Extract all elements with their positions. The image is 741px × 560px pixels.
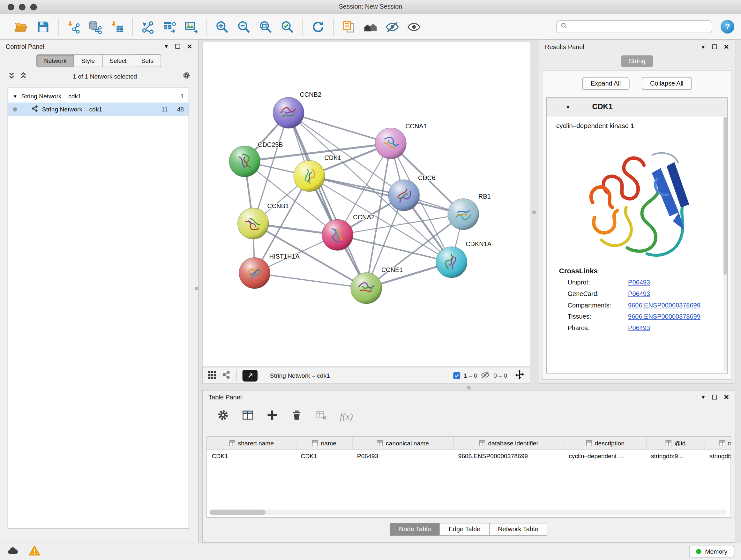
expand-all-tree-icon[interactable] [8,71,16,81]
control-panel-header: Control Panel ▼ ✕ [0,40,198,53]
column-header--id[interactable]: @id [646,437,705,450]
open-session-button[interactable] [10,17,32,37]
search-box[interactable] [556,20,712,33]
table-cell[interactable]: CDK1 [207,450,296,462]
delete-column-icon[interactable] [291,409,303,423]
import-network-file-button[interactable] [63,17,84,37]
network-node-ccna1[interactable]: CCNA1 [375,123,427,159]
tab-sets[interactable]: Sets [134,54,161,67]
import-network-database-button[interactable] [84,17,106,37]
tab-style[interactable]: Style [74,54,103,67]
crosslink-link[interactable]: P06493 [628,279,650,286]
tree-expander-icon[interactable]: ▼ [13,93,17,98]
network-table-button[interactable] [159,17,181,37]
copy-document-button[interactable] [338,17,360,37]
tab-edge-table[interactable]: Edge Table [440,523,489,536]
network-canvas-container[interactable]: CCNB2CCNA1CDC25BCDK1CDC6RB1CCNB1CCNA2CDK… [202,42,530,366]
collapse-all-tree-icon[interactable] [19,71,27,81]
table-horizontal-scrollbar[interactable] [209,509,727,515]
crosslink-link[interactable]: 9606.ENSP00000378699 [628,313,700,320]
network-row[interactable]: String Network – cdk1 11 48 [8,103,189,116]
table-cell[interactable]: cyclin–dependent ... [564,450,646,462]
save-session-button[interactable] [32,17,54,37]
column-type-icon [377,440,383,446]
network-node-hist1h1a[interactable]: HIST1H1A [239,253,300,289]
apply-layout-button[interactable] [307,17,329,37]
network-share-icon[interactable] [222,370,231,381]
import-table-button[interactable] [106,17,128,37]
panel-collapse-icon[interactable]: ▼ [700,395,705,400]
network-node-cdkn1a[interactable]: CDKN1A [436,240,492,278]
table-cell[interactable]: 9606.ENSP00000378699 [454,450,564,462]
crosslink-link[interactable]: 9606.ENSP00000378699 [628,302,700,309]
tab-node-table[interactable]: Node Table [390,523,440,536]
table-cell[interactable]: stringdb [705,450,731,462]
tab-network[interactable]: Network [37,54,74,67]
tab-select[interactable]: Select [102,54,134,67]
collapse-all-button[interactable]: Collapse All [642,77,692,90]
panel-float-icon[interactable] [712,395,717,400]
zoom-selected-button[interactable] [276,17,298,37]
new-network-button[interactable] [137,17,158,37]
panel-close-icon[interactable]: ✕ [187,43,192,50]
birdseye-view-icon[interactable] [207,370,217,381]
expand-all-button[interactable]: Expand All [582,77,629,90]
network-node-ccnb2[interactable]: CCNB2 [273,91,321,128]
crosslink-link[interactable]: P06493 [628,290,650,297]
export-image-button[interactable] [181,17,202,37]
gear-icon[interactable] [183,71,191,81]
hide-selected-button[interactable] [381,17,403,37]
create-column-icon[interactable] [266,409,279,423]
table-settings-gear-icon[interactable] [217,409,229,423]
control-panel-title: Control Panel [6,43,44,50]
gene-section-header[interactable]: ▼ CDK1 [547,98,727,117]
selected-checkbox-icon[interactable] [453,372,460,379]
column-header-name[interactable]: name [296,437,352,450]
help-button[interactable]: ? [721,20,734,34]
panel-float-icon[interactable] [176,44,180,49]
panel-close-icon[interactable]: ✕ [724,44,729,50]
table-cell[interactable]: CDK1 [296,450,352,462]
tab-network-table[interactable]: Network Table [489,523,547,536]
network-node-cdk1[interactable]: CDK1 [293,154,341,192]
network-node-cdc25b[interactable]: CDC25B [229,141,283,177]
panel-collapse-icon[interactable]: ▼ [164,44,169,49]
network-node-rb1[interactable]: RB1 [448,193,491,230]
zoom-fit-button[interactable] [255,17,276,37]
right-splitter-handle[interactable] [532,210,536,214]
zoom-out-button[interactable] [233,17,255,37]
search-input[interactable] [570,23,708,30]
panel-collapse-icon[interactable]: ▼ [700,44,705,49]
column-header-canonical-name[interactable]: canonical name [352,437,454,450]
memory-button[interactable]: Memory [689,546,734,557]
network-edges[interactable] [245,113,463,288]
network-collection-row[interactable]: ▼ String Network – cdk1 1 [8,89,189,103]
open-in-new-icon[interactable] [243,369,258,381]
table-row[interactable]: CDK1CDK1P064939606.ENSP00000378699cyclin… [207,450,731,462]
crosslink-link[interactable]: P06493 [628,324,650,331]
network-node-ccnb1[interactable]: CCNB1 [238,202,289,239]
column-header-namespac[interactable]: namespac [705,437,731,450]
section-expander-icon[interactable]: ▼ [566,105,570,110]
pan-tool-icon[interactable] [514,369,525,382]
left-splitter-handle[interactable] [195,287,199,290]
warning-icon[interactable] [28,544,41,558]
cloud-icon[interactable] [7,544,19,558]
zoom-in-button[interactable] [211,17,233,37]
tab-string[interactable]: String [621,55,653,67]
panel-float-icon[interactable] [712,44,717,49]
node-details-box: ▼ CDK1 cyclin–dependent kinase 1 [546,98,728,374]
home-button[interactable] [360,17,381,37]
column-header-database-identifier[interactable]: database identifier [454,437,564,450]
horizontal-splitter-handle[interactable] [467,386,471,389]
column-header-shared-name[interactable]: shared name [207,437,296,450]
select-columns-icon[interactable] [242,409,254,423]
table-cell[interactable]: stringdb:9... [646,450,705,462]
hidden-eye-icon[interactable] [481,370,490,381]
function-builder-icon[interactable]: f(x) [340,411,353,422]
table-cell[interactable]: P06493 [352,450,454,462]
show-all-button[interactable] [403,17,425,37]
column-header-description[interactable]: description [564,437,646,450]
results-scrollbar[interactable] [724,117,727,371]
panel-close-icon[interactable]: ✕ [724,394,729,401]
